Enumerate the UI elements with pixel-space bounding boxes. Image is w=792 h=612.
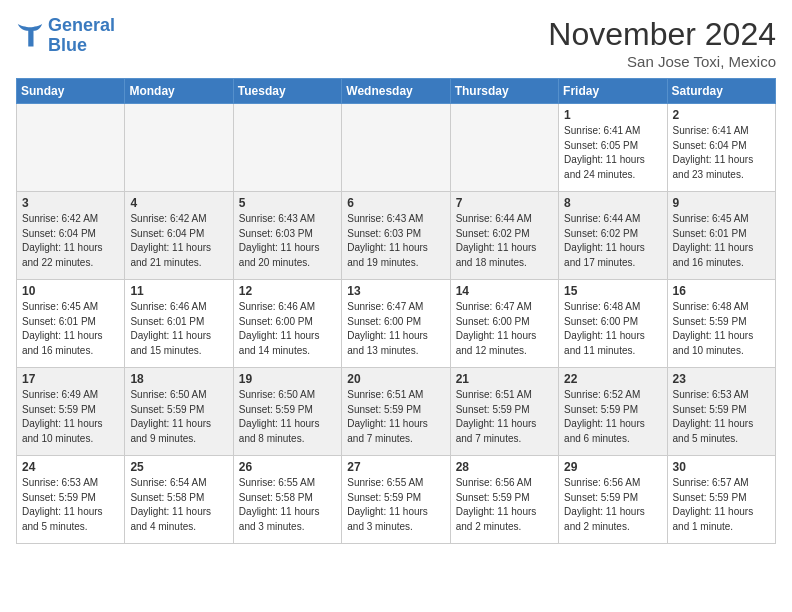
- day-number: 15: [564, 284, 661, 298]
- calendar-cell: 5Sunrise: 6:43 AMSunset: 6:03 PMDaylight…: [233, 192, 341, 280]
- calendar-cell: 8Sunrise: 6:44 AMSunset: 6:02 PMDaylight…: [559, 192, 667, 280]
- day-number: 19: [239, 372, 336, 386]
- day-number: 14: [456, 284, 553, 298]
- day-info: Sunrise: 6:56 AMSunset: 5:59 PMDaylight:…: [564, 476, 661, 534]
- day-number: 3: [22, 196, 119, 210]
- col-thursday: Thursday: [450, 79, 558, 104]
- col-saturday: Saturday: [667, 79, 775, 104]
- calendar-cell: 15Sunrise: 6:48 AMSunset: 6:00 PMDayligh…: [559, 280, 667, 368]
- day-number: 29: [564, 460, 661, 474]
- col-tuesday: Tuesday: [233, 79, 341, 104]
- day-info: Sunrise: 6:51 AMSunset: 5:59 PMDaylight:…: [347, 388, 444, 446]
- day-number: 7: [456, 196, 553, 210]
- calendar-cell: 10Sunrise: 6:45 AMSunset: 6:01 PMDayligh…: [17, 280, 125, 368]
- day-info: Sunrise: 6:48 AMSunset: 5:59 PMDaylight:…: [673, 300, 770, 358]
- day-info: Sunrise: 6:53 AMSunset: 5:59 PMDaylight:…: [673, 388, 770, 446]
- logo-line2: Blue: [48, 35, 87, 55]
- calendar-cell: 19Sunrise: 6:50 AMSunset: 5:59 PMDayligh…: [233, 368, 341, 456]
- header-row: Sunday Monday Tuesday Wednesday Thursday…: [17, 79, 776, 104]
- day-info: Sunrise: 6:41 AMSunset: 6:05 PMDaylight:…: [564, 124, 661, 182]
- day-number: 28: [456, 460, 553, 474]
- logo: General Blue: [16, 16, 115, 56]
- day-number: 30: [673, 460, 770, 474]
- month-title: November 2024: [548, 16, 776, 53]
- calendar-cell: 6Sunrise: 6:43 AMSunset: 6:03 PMDaylight…: [342, 192, 450, 280]
- calendar-cell: 24Sunrise: 6:53 AMSunset: 5:59 PMDayligh…: [17, 456, 125, 544]
- week-row-4: 17Sunrise: 6:49 AMSunset: 5:59 PMDayligh…: [17, 368, 776, 456]
- calendar-cell: 25Sunrise: 6:54 AMSunset: 5:58 PMDayligh…: [125, 456, 233, 544]
- day-number: 16: [673, 284, 770, 298]
- week-row-3: 10Sunrise: 6:45 AMSunset: 6:01 PMDayligh…: [17, 280, 776, 368]
- day-info: Sunrise: 6:43 AMSunset: 6:03 PMDaylight:…: [347, 212, 444, 270]
- day-info: Sunrise: 6:53 AMSunset: 5:59 PMDaylight:…: [22, 476, 119, 534]
- page-header: General Blue November 2024 San Jose Toxi…: [16, 16, 776, 70]
- col-friday: Friday: [559, 79, 667, 104]
- day-number: 6: [347, 196, 444, 210]
- calendar-cell: [125, 104, 233, 192]
- calendar-cell: 9Sunrise: 6:45 AMSunset: 6:01 PMDaylight…: [667, 192, 775, 280]
- calendar-cell: 3Sunrise: 6:42 AMSunset: 6:04 PMDaylight…: [17, 192, 125, 280]
- calendar-cell: 7Sunrise: 6:44 AMSunset: 6:02 PMDaylight…: [450, 192, 558, 280]
- calendar-cell: 27Sunrise: 6:55 AMSunset: 5:59 PMDayligh…: [342, 456, 450, 544]
- week-row-1: 1Sunrise: 6:41 AMSunset: 6:05 PMDaylight…: [17, 104, 776, 192]
- day-info: Sunrise: 6:42 AMSunset: 6:04 PMDaylight:…: [130, 212, 227, 270]
- day-number: 13: [347, 284, 444, 298]
- day-info: Sunrise: 6:46 AMSunset: 6:00 PMDaylight:…: [239, 300, 336, 358]
- calendar-cell: 29Sunrise: 6:56 AMSunset: 5:59 PMDayligh…: [559, 456, 667, 544]
- day-info: Sunrise: 6:47 AMSunset: 6:00 PMDaylight:…: [456, 300, 553, 358]
- day-number: 20: [347, 372, 444, 386]
- calendar-cell: [17, 104, 125, 192]
- calendar-cell: 16Sunrise: 6:48 AMSunset: 5:59 PMDayligh…: [667, 280, 775, 368]
- day-number: 11: [130, 284, 227, 298]
- day-info: Sunrise: 6:45 AMSunset: 6:01 PMDaylight:…: [22, 300, 119, 358]
- day-info: Sunrise: 6:47 AMSunset: 6:00 PMDaylight:…: [347, 300, 444, 358]
- day-number: 4: [130, 196, 227, 210]
- calendar-cell: [342, 104, 450, 192]
- day-info: Sunrise: 6:43 AMSunset: 6:03 PMDaylight:…: [239, 212, 336, 270]
- calendar-cell: 13Sunrise: 6:47 AMSunset: 6:00 PMDayligh…: [342, 280, 450, 368]
- calendar-cell: 17Sunrise: 6:49 AMSunset: 5:59 PMDayligh…: [17, 368, 125, 456]
- week-row-2: 3Sunrise: 6:42 AMSunset: 6:04 PMDaylight…: [17, 192, 776, 280]
- day-number: 1: [564, 108, 661, 122]
- col-monday: Monday: [125, 79, 233, 104]
- day-info: Sunrise: 6:50 AMSunset: 5:59 PMDaylight:…: [239, 388, 336, 446]
- day-info: Sunrise: 6:54 AMSunset: 5:58 PMDaylight:…: [130, 476, 227, 534]
- day-number: 18: [130, 372, 227, 386]
- day-number: 5: [239, 196, 336, 210]
- location: San Jose Toxi, Mexico: [548, 53, 776, 70]
- col-wednesday: Wednesday: [342, 79, 450, 104]
- day-info: Sunrise: 6:55 AMSunset: 5:58 PMDaylight:…: [239, 476, 336, 534]
- day-number: 25: [130, 460, 227, 474]
- day-number: 17: [22, 372, 119, 386]
- calendar-cell: [450, 104, 558, 192]
- calendar-cell: 28Sunrise: 6:56 AMSunset: 5:59 PMDayligh…: [450, 456, 558, 544]
- day-info: Sunrise: 6:44 AMSunset: 6:02 PMDaylight:…: [456, 212, 553, 270]
- calendar-cell: 11Sunrise: 6:46 AMSunset: 6:01 PMDayligh…: [125, 280, 233, 368]
- day-number: 23: [673, 372, 770, 386]
- day-number: 9: [673, 196, 770, 210]
- title-block: November 2024 San Jose Toxi, Mexico: [548, 16, 776, 70]
- calendar-cell: [233, 104, 341, 192]
- calendar-cell: 22Sunrise: 6:52 AMSunset: 5:59 PMDayligh…: [559, 368, 667, 456]
- calendar-cell: 14Sunrise: 6:47 AMSunset: 6:00 PMDayligh…: [450, 280, 558, 368]
- week-row-5: 24Sunrise: 6:53 AMSunset: 5:59 PMDayligh…: [17, 456, 776, 544]
- day-number: 21: [456, 372, 553, 386]
- day-number: 26: [239, 460, 336, 474]
- day-info: Sunrise: 6:48 AMSunset: 6:00 PMDaylight:…: [564, 300, 661, 358]
- day-info: Sunrise: 6:44 AMSunset: 6:02 PMDaylight:…: [564, 212, 661, 270]
- calendar-cell: 4Sunrise: 6:42 AMSunset: 6:04 PMDaylight…: [125, 192, 233, 280]
- day-number: 22: [564, 372, 661, 386]
- day-info: Sunrise: 6:41 AMSunset: 6:04 PMDaylight:…: [673, 124, 770, 182]
- calendar-table: Sunday Monday Tuesday Wednesday Thursday…: [16, 78, 776, 544]
- day-info: Sunrise: 6:55 AMSunset: 5:59 PMDaylight:…: [347, 476, 444, 534]
- day-number: 8: [564, 196, 661, 210]
- day-info: Sunrise: 6:50 AMSunset: 5:59 PMDaylight:…: [130, 388, 227, 446]
- calendar-cell: 12Sunrise: 6:46 AMSunset: 6:00 PMDayligh…: [233, 280, 341, 368]
- day-number: 27: [347, 460, 444, 474]
- day-number: 24: [22, 460, 119, 474]
- day-info: Sunrise: 6:52 AMSunset: 5:59 PMDaylight:…: [564, 388, 661, 446]
- day-info: Sunrise: 6:49 AMSunset: 5:59 PMDaylight:…: [22, 388, 119, 446]
- col-sunday: Sunday: [17, 79, 125, 104]
- day-info: Sunrise: 6:45 AMSunset: 6:01 PMDaylight:…: [673, 212, 770, 270]
- calendar-header: Sunday Monday Tuesday Wednesday Thursday…: [17, 79, 776, 104]
